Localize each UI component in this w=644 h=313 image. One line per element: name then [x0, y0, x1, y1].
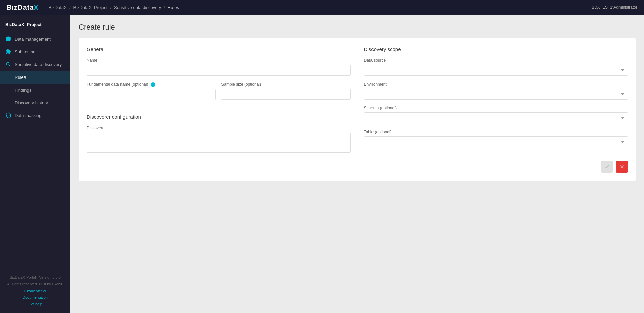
history-icon — [5, 100, 11, 106]
fundamental-samplesize-row: Fundamental data name (optional) i Sampl… — [87, 82, 351, 106]
sidebar-item-label: Findings — [15, 88, 31, 93]
discovery-scope-title: Discovery scope — [364, 46, 628, 52]
card-left-column: General Name Fundamental data name (opti… — [87, 46, 351, 173]
table-label: Table (optional) — [364, 129, 628, 134]
sidebar-item-label: Subsetting — [15, 49, 35, 54]
breadcrumb: BizDataX / BizDataX_Project / Sensitive … — [49, 5, 592, 10]
discoverer-input[interactable] — [87, 133, 351, 153]
breadcrumb-item-project[interactable]: BizDataX_Project — [73, 5, 108, 10]
logo[interactable]: BizDataX — [7, 4, 39, 11]
info-icon[interactable]: i — [151, 82, 155, 87]
sidebar-item-label: Sensitive data discovery — [15, 62, 62, 67]
schema-label: Schema (optional) — [364, 106, 628, 110]
schema-field-group: Schema (optional) — [364, 106, 628, 123]
fundamental-input[interactable] — [87, 89, 216, 100]
top-navigation: BizDataX BizDataX / BizDataX_Project / S… — [0, 0, 644, 15]
table-select[interactable] — [364, 136, 628, 147]
sidebar-item-data-management[interactable]: Data management — [0, 33, 70, 45]
sidebar: BizDataX_Project Data management Subsett… — [0, 15, 70, 313]
sidebar-item-sensitive-data-discovery[interactable]: Sensitive data discovery — [0, 58, 70, 71]
sidebar-footer: BizDataX Portal - Version 5.0.0 All righ… — [0, 269, 70, 313]
user-info: BDXTEST1\Administrator — [592, 5, 637, 10]
cancel-button[interactable] — [616, 161, 628, 173]
documentation-link[interactable]: Documentation — [5, 294, 65, 301]
table-field-group: Table (optional) — [364, 129, 628, 147]
mask-icon — [5, 112, 11, 118]
ekobit-link[interactable]: Ekobit official — [5, 288, 65, 295]
environment-select[interactable] — [364, 89, 628, 100]
name-input[interactable] — [87, 65, 351, 76]
environment-field-group: Environment — [364, 82, 628, 100]
data-source-field-group: Data source — [364, 58, 628, 76]
sidebar-item-label: Rules — [15, 75, 26, 80]
sidebar-item-label: Data masking — [15, 113, 41, 118]
breadcrumb-item-bizdatax[interactable]: BizDataX — [49, 5, 67, 10]
name-field-group: Name — [87, 58, 351, 76]
sample-size-label: Sample size (optional) — [221, 82, 350, 87]
search-icon — [5, 61, 11, 67]
discoverer-label: Discoverer — [87, 126, 351, 131]
data-source-select[interactable] — [364, 65, 628, 76]
environment-label: Environment — [364, 82, 628, 87]
discoverer-field-group: Discoverer — [87, 126, 351, 153]
card-right-column: Discovery scope Data source Environment — [364, 46, 628, 173]
sidebar-item-subsetting[interactable]: Subsetting — [0, 45, 70, 58]
main-content: Create rule General Name Fundamental dat… — [70, 15, 644, 313]
fundamental-field-group: Fundamental data name (optional) i — [87, 82, 216, 100]
sample-size-input[interactable]: 10000 — [221, 89, 350, 100]
sidebar-item-data-masking[interactable]: Data masking — [0, 109, 70, 122]
confirm-button[interactable] — [601, 161, 613, 173]
sidebar-item-findings[interactable]: Findings — [0, 84, 70, 96]
rights-text: All rights reserved. Built by Ekobit. — [5, 281, 65, 288]
general-section-title: General — [87, 46, 351, 52]
findings-icon — [5, 87, 11, 93]
page-title: Create rule — [79, 23, 636, 32]
sidebar-item-discovery-history[interactable]: Discovery history — [0, 96, 70, 109]
database-icon — [5, 36, 11, 42]
breadcrumb-item-discovery[interactable]: Sensitive data discovery — [114, 5, 161, 10]
sidebar-item-rules[interactable]: Rules — [0, 71, 70, 84]
name-label: Name — [87, 58, 351, 63]
rules-icon — [5, 74, 11, 80]
sidebar-item-label: Discovery history — [15, 100, 48, 105]
get-help-link[interactable]: Get help — [5, 301, 65, 308]
schema-select[interactable] — [364, 112, 628, 123]
create-rule-card: General Name Fundamental data name (opti… — [79, 38, 636, 181]
sidebar-item-label: Data management — [15, 37, 51, 42]
sample-size-field-group: Sample size (optional) 10000 — [221, 82, 350, 100]
action-buttons — [364, 155, 628, 173]
fundamental-label: Fundamental data name (optional) i — [87, 82, 216, 87]
discoverer-section-title: Discoverer configuration — [87, 114, 351, 120]
version-text: BizDataX Portal - Version 5.0.0 — [5, 274, 65, 281]
puzzle-icon — [5, 49, 11, 55]
data-source-label: Data source — [364, 58, 628, 63]
project-name: BizDataX_Project — [0, 18, 70, 33]
breadcrumb-item-rules: Rules — [168, 5, 179, 10]
